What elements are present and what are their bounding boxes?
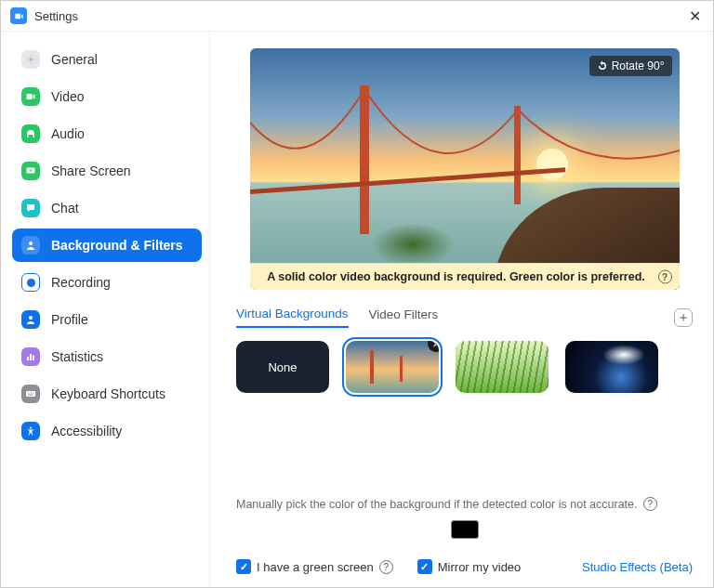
hint-text: Manually pick the color of the backgroun… (236, 498, 638, 511)
svg-point-2 (29, 242, 33, 245)
svg-rect-12 (29, 395, 33, 396)
thumb-earth[interactable] (565, 341, 658, 393)
bridge-tower (360, 85, 369, 234)
sidebar-item-profile[interactable]: Profile (12, 303, 202, 336)
help-icon[interactable]: ? (643, 497, 657, 511)
help-icon[interactable]: ? (379, 560, 393, 574)
sidebar-item-recording[interactable]: Recording (12, 266, 202, 299)
app-icon (10, 7, 27, 24)
thumb-grass[interactable] (456, 341, 549, 393)
bottom-options-row: I have a green screen ? Mirror my video … (236, 559, 693, 574)
rotate-label: Rotate 90° (612, 59, 665, 72)
sidebar-item-general[interactable]: General (12, 43, 202, 76)
keyboard-icon (21, 385, 40, 403)
green-screen-label: I have a green screen (257, 560, 374, 574)
remove-thumb-icon[interactable] (428, 341, 439, 352)
rotate-button[interactable]: Rotate 90° (589, 56, 672, 76)
person-icon (21, 236, 40, 255)
sidebar-item-label: Share Screen (51, 163, 131, 178)
record-icon (21, 273, 40, 292)
video-preview: Rotate 90° A solid color video backgroun… (250, 48, 680, 290)
sidebar-item-label: Chat (51, 201, 79, 216)
titlebar: Settings ✕ (1, 1, 713, 32)
gear-icon (21, 50, 40, 69)
help-icon[interactable]: ? (658, 270, 672, 284)
tabs-row: Virtual Backgrounds Video Filters ＋ (236, 307, 693, 328)
accessibility-icon (21, 422, 40, 440)
sidebar-item-accessibility[interactable]: Accessibility (12, 414, 202, 448)
sidebar-item-label: Accessibility (51, 424, 122, 438)
svg-point-13 (30, 427, 32, 429)
sidebar-item-label: Profile (51, 312, 88, 327)
svg-rect-8 (28, 393, 29, 394)
checkbox-checked-icon[interactable] (417, 559, 432, 574)
svg-rect-10 (32, 393, 33, 394)
notice-text: A solid color video background is requir… (267, 270, 645, 283)
sidebar: General Video Audio Share Screen Chat Ba… (1, 32, 210, 587)
svg-rect-11 (33, 393, 34, 394)
sidebar-item-label: Video (51, 89, 85, 104)
thumb-none-label: None (268, 360, 297, 374)
background-thumbnails: None (236, 341, 693, 393)
green-screen-bleed (371, 223, 455, 266)
main-panel: Rotate 90° A solid color video backgroun… (210, 32, 713, 587)
color-swatch-row (236, 520, 693, 539)
sidebar-item-keyboard-shortcuts[interactable]: Keyboard Shortcuts (12, 377, 202, 411)
close-button[interactable]: ✕ (685, 7, 704, 25)
sidebar-item-label: Statistics (51, 349, 103, 364)
sidebar-item-statistics[interactable]: Statistics (12, 340, 202, 373)
sidebar-item-label: Audio (51, 126, 85, 141)
svg-rect-6 (33, 356, 34, 361)
svg-rect-5 (30, 354, 32, 360)
green-screen-option[interactable]: I have a green screen ? (236, 559, 393, 574)
headphones-icon (21, 124, 40, 143)
tab-virtual-backgrounds[interactable]: Virtual Backgrounds (236, 307, 349, 328)
sidebar-item-label: Keyboard Shortcuts (51, 386, 165, 401)
svg-rect-4 (27, 357, 29, 360)
sidebar-item-share-screen[interactable]: Share Screen (12, 154, 202, 188)
mirror-label: Mirror my video (438, 560, 522, 574)
sidebar-item-chat[interactable]: Chat (12, 191, 202, 225)
bridge-tower (514, 106, 521, 204)
svg-rect-9 (30, 393, 31, 394)
sidebar-item-background-filters[interactable]: Background & Filters (12, 229, 202, 262)
svg-point-0 (29, 58, 33, 61)
sidebar-item-audio[interactable]: Audio (12, 117, 202, 150)
settings-window: Settings ✕ General Video Audio Share Scr… (0, 0, 714, 588)
sidebar-item-video[interactable]: Video (12, 80, 202, 113)
rotate-icon (597, 60, 608, 72)
background-notice: A solid color video background is requir… (250, 263, 680, 290)
video-icon (21, 87, 40, 106)
window-title: Settings (34, 9, 78, 23)
studio-effects-link[interactable]: Studio Effects (Beta) (582, 560, 693, 574)
sidebar-item-label: Background & Filters (51, 238, 183, 253)
checkbox-checked-icon[interactable] (236, 559, 251, 574)
thumb-bridge[interactable] (346, 341, 439, 393)
profile-icon (21, 310, 40, 329)
body: General Video Audio Share Screen Chat Ba… (1, 32, 713, 587)
sidebar-item-label: Recording (51, 275, 111, 290)
statistics-icon (21, 347, 40, 366)
thumb-none[interactable]: None (236, 341, 329, 393)
tab-video-filters[interactable]: Video Filters (369, 307, 439, 327)
svg-point-3 (29, 316, 33, 320)
manual-color-hint: Manually pick the color of the backgroun… (236, 497, 693, 511)
svg-rect-7 (26, 391, 35, 397)
share-screen-icon (21, 162, 40, 180)
sidebar-item-label: General (51, 52, 98, 67)
mirror-video-option[interactable]: Mirror my video (417, 559, 522, 574)
add-background-button[interactable]: ＋ (674, 308, 693, 327)
chat-icon (21, 199, 40, 217)
color-swatch[interactable] (451, 520, 479, 539)
